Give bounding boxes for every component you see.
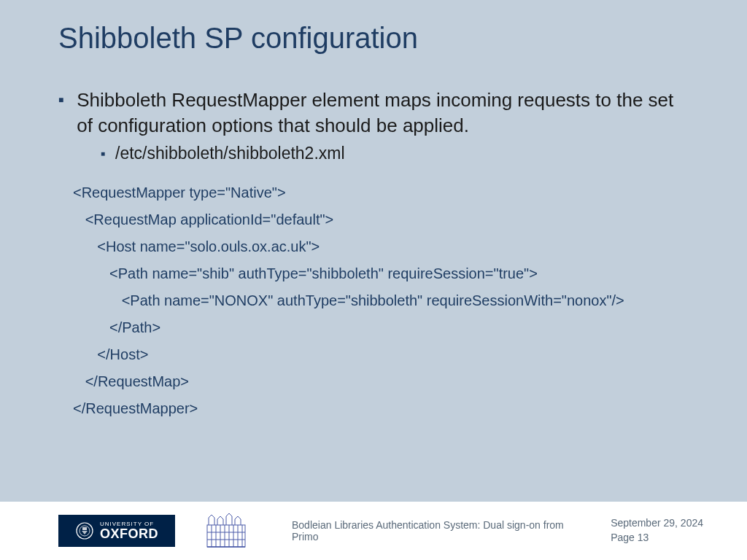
content-area: Shibboleth SP configuration ■ Shibboleth… <box>0 0 747 502</box>
code-line: <Host name="solo.ouls.ox.ac.uk"> <box>73 233 689 260</box>
footer: UNIVERSITY OF OXFORD <box>0 502 747 560</box>
bullet-text: Shibboleth RequestMapper element maps in… <box>77 88 689 139</box>
code-line: </RequestMapper> <box>73 395 689 422</box>
code-line: <RequestMapper type="Native"> <box>73 179 689 206</box>
oxford-name-label: OXFORD <box>100 527 158 540</box>
code-line: <RequestMap applicationId="default"> <box>73 206 689 233</box>
sub-bullet-item: ■ /etc/shibboleth/shibboleth2.xml <box>101 143 689 165</box>
slide-title: Shibboleth SP configuration <box>58 22 689 55</box>
bullet-item: ■ Shibboleth RequestMapper element maps … <box>58 88 689 139</box>
bullet-marker-icon: ■ <box>58 95 63 105</box>
footer-page: Page 13 <box>611 531 703 545</box>
slide: Shibboleth SP configuration ■ Shibboleth… <box>0 0 747 560</box>
code-block: <RequestMapper type="Native"> <RequestMa… <box>73 179 689 422</box>
sub-bullet-text: /etc/shibboleth/shibboleth2.xml <box>115 143 345 165</box>
code-line: </RequestMap> <box>73 368 689 395</box>
oxford-crest-icon <box>75 521 94 540</box>
oxford-logo: UNIVERSITY OF OXFORD <box>58 515 175 547</box>
code-line: <Path name="shib" authType="shibboleth" … <box>73 260 689 287</box>
footer-presentation-title: Bodleian Libraries Authentication System… <box>277 519 581 542</box>
bullet-marker-icon: ■ <box>101 149 105 158</box>
code-line: <Path name="NONOX" authType="shibboleth"… <box>73 287 689 314</box>
bodleian-logo-icon <box>204 512 248 550</box>
code-line: </Host> <box>73 341 689 368</box>
svg-rect-2 <box>82 527 87 530</box>
footer-date: September 29, 2024 <box>611 516 703 531</box>
code-line: </Path> <box>73 314 689 341</box>
oxford-text: UNIVERSITY OF OXFORD <box>100 521 158 540</box>
svg-rect-3 <box>207 525 245 547</box>
footer-meta: September 29, 2024 Page 13 <box>611 516 718 545</box>
